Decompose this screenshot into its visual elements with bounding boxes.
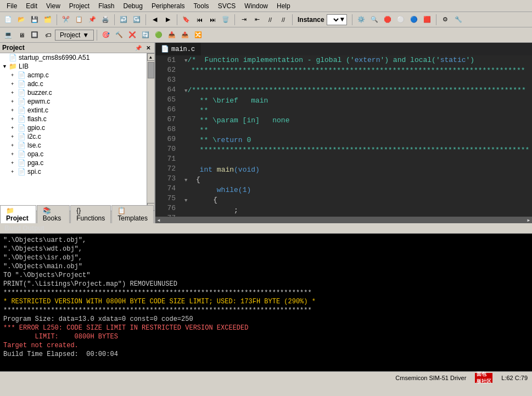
t2-btn8[interactable]: 🔄 xyxy=(139,29,152,41)
scroll-thumb[interactable] xyxy=(148,62,154,78)
undo-button[interactable]: ↩️ xyxy=(117,14,130,26)
code-line[interactable]: ▼ { xyxy=(184,195,529,206)
code-line[interactable]: ** xyxy=(184,106,529,116)
paste-button[interactable]: 📌 xyxy=(86,14,98,26)
uncomment-button[interactable]: // xyxy=(277,14,289,26)
menu-tools[interactable]: Tools xyxy=(189,1,214,11)
extra-button[interactable]: 🔧 xyxy=(452,14,464,26)
horizontal-scrollbar[interactable]: ◀ ▶ xyxy=(155,217,532,223)
settings-button[interactable]: ⚙ xyxy=(439,14,451,26)
tree-item[interactable]: +📄adc.c xyxy=(0,80,147,88)
expand-icon[interactable]: ▼ xyxy=(2,64,9,69)
t2-btn5[interactable]: 🎯 xyxy=(100,29,112,41)
code-line[interactable]: ** \brief main xyxy=(184,96,529,106)
tree-item[interactable]: +📄spi.c xyxy=(0,167,147,176)
project-scrollbar[interactable]: ▲ ▼ xyxy=(147,53,154,211)
expand-icon[interactable]: + xyxy=(11,99,18,104)
code-line[interactable] xyxy=(184,76,529,86)
menu-flash[interactable]: Flash xyxy=(94,1,119,11)
tab-project[interactable]: 📁 Project xyxy=(0,205,36,223)
tree-item[interactable]: +📄i2c.c xyxy=(0,132,147,141)
code-line[interactable]: int main(void) xyxy=(184,165,529,175)
expand-icon[interactable]: + xyxy=(11,134,18,139)
nav-fwd-button[interactable]: ▶ xyxy=(162,14,174,26)
tree-item[interactable]: +📄pga.c xyxy=(0,159,147,167)
unindent-button[interactable]: ⇤ xyxy=(251,14,263,26)
menu-file[interactable]: File xyxy=(2,1,21,11)
comment-button[interactable]: // xyxy=(264,14,276,26)
expand-icon[interactable]: + xyxy=(11,108,18,113)
expand-icon[interactable]: + xyxy=(11,143,18,148)
tree-item[interactable]: 📄startup_cms8s6990.A51 xyxy=(0,53,147,62)
tool6-button[interactable]: 🟥 xyxy=(421,14,433,26)
expand-icon[interactable]: + xyxy=(11,169,18,174)
code-line[interactable]: ** \param [in] none xyxy=(184,116,529,126)
indent-button[interactable]: ⇥ xyxy=(238,14,250,26)
scroll-up-btn[interactable]: ▲ xyxy=(147,53,155,61)
project-dropdown-button[interactable]: Project ▼ xyxy=(55,30,94,41)
menu-peripherals[interactable]: Peripherals xyxy=(147,1,189,11)
t2-btn10[interactable]: 📥 xyxy=(166,29,178,41)
t2-btn9[interactable]: 🟢 xyxy=(153,29,165,41)
copy-button[interactable]: 📋 xyxy=(73,14,85,26)
tool2-button[interactable]: 🔍 xyxy=(368,14,380,26)
tool4-button[interactable]: ⚪ xyxy=(395,14,407,26)
menu-debug[interactable]: Debug xyxy=(119,1,147,11)
menu-window[interactable]: Window xyxy=(240,1,272,11)
menu-edit[interactable]: Edit xyxy=(21,1,42,11)
bookmark-next-button[interactable]: ⏭ xyxy=(206,14,219,26)
expand-icon[interactable]: + xyxy=(11,116,18,122)
save-button[interactable]: 💾 xyxy=(29,14,41,26)
tab-functions[interactable]: {} Functions xyxy=(70,205,111,223)
expand-icon[interactable]: + xyxy=(11,160,18,166)
build-output-content[interactable]: ".\Objects\uart.obj",".\Objects\wdt.obj"… xyxy=(0,234,532,371)
t2-btn7[interactable]: ❌ xyxy=(126,29,138,41)
tree-item[interactable]: +📄lse.c xyxy=(0,141,147,150)
redo-button[interactable]: ↪️ xyxy=(131,14,143,26)
print-button[interactable]: 🖨️ xyxy=(99,14,111,26)
code-line[interactable]: ; xyxy=(184,206,529,216)
code-line[interactable]: while(1) xyxy=(184,185,529,195)
t2-btn12[interactable]: 🔀 xyxy=(192,29,204,41)
tree-item[interactable]: +📄opa.c xyxy=(0,150,147,159)
t2-btn3[interactable]: 🔲 xyxy=(29,29,41,41)
tree-item[interactable]: +📄extint.c xyxy=(0,106,147,115)
tool5-button[interactable]: 🔵 xyxy=(408,14,420,26)
menu-svcs[interactable]: SVCS xyxy=(214,1,240,11)
code-line[interactable]: ** \return 0 xyxy=(184,135,529,145)
scroll-left-btn[interactable]: ◀ xyxy=(155,217,162,223)
code-content[interactable]: ▼/* Function implementation - global ('e… xyxy=(180,55,532,217)
menu-help[interactable]: Help xyxy=(272,1,295,11)
tab-books[interactable]: 📚 Books xyxy=(37,205,70,223)
tab-templates[interactable]: 📋 Templates xyxy=(111,205,154,223)
close-icon[interactable]: ✕ xyxy=(144,44,152,52)
fold-icon[interactable]: ▼ xyxy=(184,198,187,203)
scroll-right-btn[interactable]: ▶ xyxy=(525,217,532,223)
save-all-button[interactable]: 🗂️ xyxy=(42,14,54,26)
code-line[interactable]: ▼ { xyxy=(184,175,529,185)
t2-btn6[interactable]: 🔨 xyxy=(113,29,125,41)
code-line[interactable]: ▼/* Function implementation - global ('e… xyxy=(184,55,529,66)
expand-icon[interactable]: + xyxy=(11,81,18,87)
bookmark-prev-button[interactable]: ⏮ xyxy=(193,14,205,26)
bookmark-clear-button[interactable]: 🗑️ xyxy=(220,14,232,26)
instance-select[interactable] xyxy=(329,15,340,24)
tool3-button[interactable]: 🛑 xyxy=(382,14,394,26)
code-line[interactable]: ****************************************… xyxy=(184,145,529,155)
tree-item[interactable]: +📄acmp.c xyxy=(0,71,147,80)
tree-item[interactable]: +📄epwm.c xyxy=(0,97,147,106)
t2-btn2[interactable]: 🖥 xyxy=(15,29,27,41)
pin-icon[interactable]: 📌 xyxy=(133,44,143,52)
editor-tab-main[interactable]: 📄 main.c xyxy=(155,43,201,55)
code-line[interactable]: ▼/**************************************… xyxy=(184,86,529,96)
expand-icon[interactable]: + xyxy=(11,90,18,95)
code-line[interactable] xyxy=(184,155,529,165)
bookmark-button[interactable]: 🔖 xyxy=(180,14,192,26)
code-editor[interactable]: 61626364656667686970717273747576777879 ▼… xyxy=(155,55,532,217)
open-button[interactable]: 📂 xyxy=(15,14,27,26)
expand-icon[interactable]: + xyxy=(11,125,18,131)
fold-icon[interactable]: ▼ xyxy=(184,88,187,94)
fold-icon[interactable]: ▼ xyxy=(184,178,187,183)
code-line[interactable]: ** xyxy=(184,126,529,135)
t2-btn11[interactable]: 📤 xyxy=(179,29,191,41)
